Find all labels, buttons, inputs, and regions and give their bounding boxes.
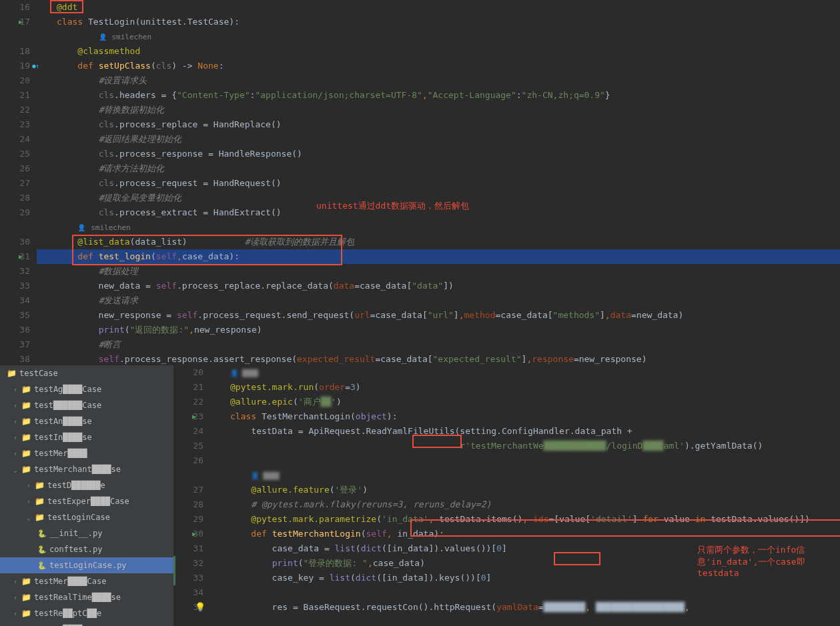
- code-area-top[interactable]: @ddt class TestLogin(unittest.TestCase):…: [37, 0, 840, 367]
- tree-folder[interactable]: ›📁testIn████se: [0, 429, 173, 445]
- run-icon[interactable]: ▶: [192, 527, 196, 541]
- run-icon[interactable]: ▶: [19, 15, 23, 29]
- tree-folder[interactable]: ›📁testMer████: [0, 445, 173, 461]
- tree-folder[interactable]: ›📁testAg████Case: [0, 381, 173, 397]
- tree-folder[interactable]: ›📁testAn████se: [0, 413, 173, 429]
- tree-folder[interactable]: ›📁testRealTime████se: [0, 589, 173, 605]
- top-editor-pane: unittest通过ddt数据驱动，然后解包 16 17▶ 18 19 ●↑ 2…: [0, 0, 840, 365]
- annotation-text-params: 只需两个参数，一个info信息'in_data',一个case即testdata: [697, 544, 840, 578]
- tree-folder[interactable]: ›📁test██████Case: [0, 397, 173, 413]
- tree-file-testlogincase[interactable]: 🐍testLoginCase.py: [0, 557, 173, 573]
- tree-folder-logincase[interactable]: ⌄📁testLoginCase: [0, 509, 173, 525]
- run-icon[interactable]: ▶: [19, 249, 23, 264]
- line-gutter-bottom: 20 21 22 23▶ 24 25 26 27 28 29 30▶ 31 32…: [173, 365, 210, 615]
- bottom-editor-area: 只需两个参数，一个info信息'in_data',一个case即testdata…: [173, 365, 840, 626]
- tree-file-conftest[interactable]: 🐍conftest.py: [0, 541, 173, 557]
- tree-folder-merchant[interactable]: ⌄📁testMerchant████se: [0, 461, 173, 477]
- tree-folder[interactable]: ›📁testTr████: [0, 621, 173, 626]
- line-gutter: 16 17▶ 18 19 ●↑ 20 21 22 23 24 25 26 27 …: [0, 0, 37, 367]
- bottom-pane: 📁testCase ›📁testAg████Case ›📁test██████C…: [0, 365, 840, 626]
- tree-folder[interactable]: ›📁testRe██ptC██e: [0, 605, 173, 621]
- tree-folder[interactable]: ›📁testD██████e: [0, 477, 173, 493]
- tree-file-init[interactable]: 🐍__init__.py: [0, 525, 173, 541]
- tree-folder[interactable]: ›📁testMer████Case: [0, 573, 173, 589]
- project-tree[interactable]: 📁testCase ›📁testAg████Case ›📁test██████C…: [0, 365, 173, 626]
- annotation-text: unittest通过ddt数据驱动，然后解包: [316, 200, 469, 212]
- run-icon[interactable]: ▶: [192, 409, 196, 424]
- bulb-icon[interactable]: 💡: [195, 600, 205, 615]
- tree-folder[interactable]: ›📁testExper████Case: [0, 493, 173, 509]
- tree-folder-testcase[interactable]: 📁testCase: [0, 365, 173, 381]
